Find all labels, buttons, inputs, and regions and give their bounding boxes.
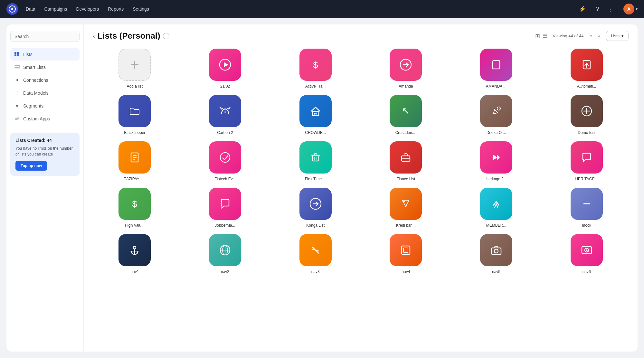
svg-rect-7: [14, 69, 20, 69]
sidebar-custom-apps-label: Custom Apps: [23, 116, 50, 121]
nav-data[interactable]: Data: [26, 5, 35, 13]
prev-arrow[interactable]: «: [587, 33, 594, 40]
info-circle-icon[interactable]: i: [163, 33, 169, 39]
app-label: Crusaders...: [395, 130, 416, 135]
sidebar-item-connections[interactable]: ✦ Connections: [10, 74, 80, 86]
grid-view-icon[interactable]: ⊞: [535, 33, 540, 40]
nav-reports[interactable]: Reports: [108, 5, 124, 13]
app-label: Heritage 2...: [486, 177, 507, 181]
connections-icon: ✦: [14, 77, 20, 83]
app-icon: [299, 95, 332, 127]
list-item[interactable]: JobberMa...: [183, 188, 267, 228]
dropdown-chevron-icon: ▾: [621, 33, 624, 38]
sidebar-item-segments[interactable]: ≡ Segments: [10, 100, 80, 112]
app-icon: $: [118, 188, 151, 220]
svg-rect-3: [14, 54, 16, 56]
app-label: nav3: [311, 269, 320, 274]
app-icon: [118, 49, 151, 81]
list-item[interactable]: nav2: [183, 234, 267, 274]
app-icon: [571, 49, 603, 81]
list-view-icon[interactable]: ☰: [543, 33, 548, 40]
svg-text:$: $: [132, 199, 137, 209]
list-item[interactable]: EAZIPAY L...: [93, 141, 177, 181]
next-arrow[interactable]: »: [595, 33, 602, 40]
app-icon: [571, 141, 603, 174]
list-item[interactable]: AMANDA ...: [454, 49, 538, 89]
list-item[interactable]: Demo test: [545, 95, 629, 135]
app-label: nav6: [582, 269, 591, 274]
viewing-text: Viewing 44 of 44: [553, 33, 584, 38]
logo[interactable]: [6, 3, 18, 15]
app-icon: [299, 188, 332, 220]
app-icon: [390, 95, 422, 127]
app-icon: [480, 95, 512, 127]
list-item[interactable]: nav1: [93, 234, 177, 274]
nav-links: Data Campaigns Developers Reports Settin…: [26, 5, 577, 13]
avatar-chevron: ▾: [636, 7, 638, 11]
sidebar-item-smart-lists[interactable]: Smart Lists: [10, 61, 80, 73]
app-label: 21/02: [220, 84, 230, 89]
list-item[interactable]: $High Valu...: [93, 188, 177, 228]
svg-marker-60: [586, 249, 588, 251]
app-label: EAZIPAY L...: [124, 177, 146, 181]
search-input[interactable]: [10, 31, 80, 42]
nav-campaigns[interactable]: Campaigns: [44, 5, 67, 13]
custom-apps-icon: API: [14, 116, 20, 122]
app-label: AUtomati...: [577, 84, 596, 89]
sidebar: Lists Smart Lists ✦ Connections: [6, 24, 84, 352]
list-item[interactable]: MEMBER...: [454, 188, 538, 228]
view-toggle: ⊞ ☰: [535, 33, 548, 40]
list-item[interactable]: nav6: [545, 234, 629, 274]
list-item[interactable]: Blackcopper: [93, 95, 177, 135]
list-item[interactable]: nav3: [273, 234, 357, 274]
svg-rect-4: [17, 54, 19, 56]
list-item[interactable]: CHOWDE...: [273, 95, 357, 135]
content-header: ‹ Lists (Personal) i ⊞ ☰ Viewing 44 of 4…: [93, 31, 629, 41]
list-item[interactable]: Heritage 2...: [454, 141, 538, 181]
svg-rect-16: [493, 61, 500, 69]
list-item[interactable]: $Active Tra...: [273, 49, 357, 89]
svg-rect-54: [402, 246, 410, 254]
svg-point-19: [224, 111, 226, 113]
list-item[interactable]: First Time ...: [273, 141, 357, 181]
lightning-icon[interactable]: ⚡: [577, 4, 587, 14]
app-icon: [390, 234, 422, 266]
list-item[interactable]: Carbon 2: [183, 95, 267, 135]
sidebar-connections-label: Connections: [23, 78, 48, 83]
svg-rect-6: [14, 67, 20, 68]
sidebar-item-custom-apps[interactable]: API Custom Apps: [10, 113, 80, 125]
app-label: nav2: [221, 269, 229, 274]
apps-icon[interactable]: ⋮⋮: [608, 4, 618, 14]
list-item[interactable]: Crusaders...: [364, 95, 448, 135]
list-item[interactable]: AUtomati...: [545, 49, 629, 89]
list-item[interactable]: nav5: [454, 234, 538, 274]
list-item[interactable]: nav4: [364, 234, 448, 274]
list-item[interactable]: Fintech Ev...: [183, 141, 267, 181]
user-avatar-group[interactable]: A ▾: [623, 4, 638, 14]
top-up-button[interactable]: Top up now: [15, 161, 47, 171]
list-item[interactable]: Amanda: [364, 49, 448, 89]
app-label: JobberMa...: [215, 223, 235, 228]
svg-rect-55: [403, 248, 408, 252]
app-icon: [390, 49, 422, 81]
app-icon: [571, 95, 603, 127]
list-item[interactable]: Deeza Or...: [454, 95, 538, 135]
sidebar-item-data-models[interactable]: ⁝ Data Models: [10, 87, 80, 99]
list-item[interactable]: HERITAGE...: [545, 141, 629, 181]
lists-dropdown[interactable]: Lists ▾: [606, 31, 629, 41]
sidebar-item-lists[interactable]: Lists: [10, 48, 80, 61]
content-wrapper: Lists Smart Lists ✦ Connections: [6, 24, 638, 352]
help-icon[interactable]: ?: [592, 4, 603, 14]
list-item[interactable]: 21/02: [183, 49, 267, 89]
list-item[interactable]: mock: [545, 188, 629, 228]
list-item[interactable]: Kredi ban...: [364, 188, 448, 228]
title-chevron-icon[interactable]: ‹: [93, 32, 95, 40]
list-item[interactable]: Add a list: [93, 49, 177, 89]
sidebar-segments-label: Segments: [23, 103, 43, 108]
nav-settings[interactable]: Settings: [133, 5, 149, 13]
list-item[interactable]: Flance List: [364, 141, 448, 181]
app-icon: [209, 141, 241, 174]
list-item[interactable]: Konga List: [273, 188, 357, 228]
app-icon: [118, 141, 151, 174]
nav-developers[interactable]: Developers: [76, 5, 99, 13]
